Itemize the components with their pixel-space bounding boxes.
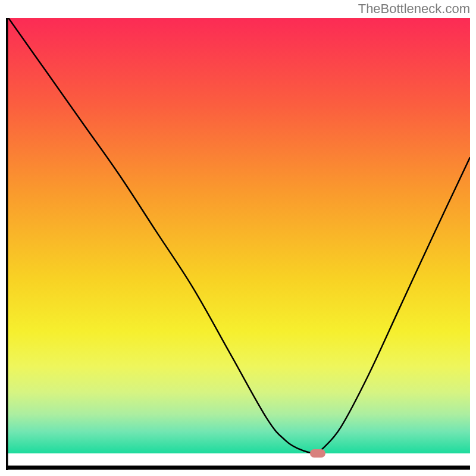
gradient-background: [6, 18, 470, 453]
optimal-marker: [310, 449, 325, 458]
chart-frame: TheBottleneck.com: [0, 0, 476, 476]
attribution-label: TheBottleneck.com: [358, 1, 470, 17]
bottleneck-chart: [6, 18, 470, 470]
plot-area: [6, 18, 470, 470]
